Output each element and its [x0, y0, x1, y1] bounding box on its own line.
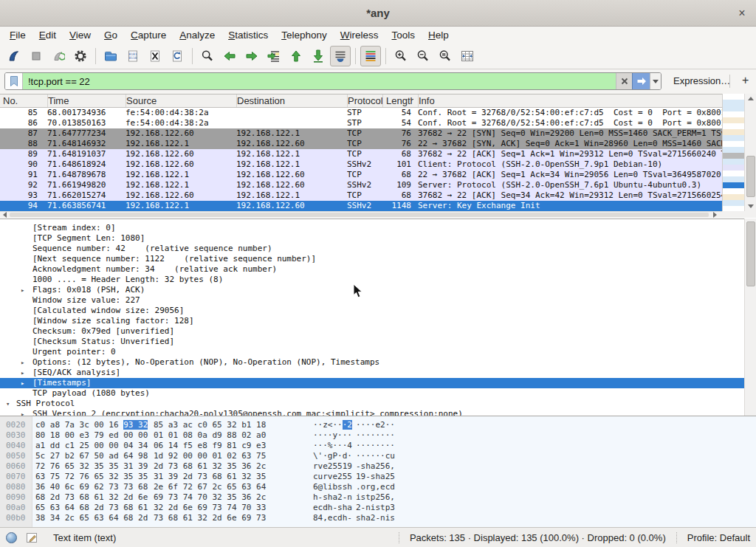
zoom-original-button[interactable]	[435, 46, 456, 66]
column-header-length[interactable]: Length	[382, 94, 413, 107]
expander-closed-icon[interactable]: ▸	[21, 357, 24, 368]
scrollbar-thumb[interactable]	[746, 221, 755, 286]
expander-closed-icon[interactable]: ▸	[21, 285, 24, 295]
capture-comment-icon[interactable]	[26, 531, 38, 544]
hex-row-0050[interactable]: 00505c 27 b2 67 50 ad 64 981d 92 00 00 0…	[0, 451, 756, 461]
expander-closed-icon[interactable]: ▸	[21, 378, 24, 388]
filter-clear-button[interactable]	[616, 73, 632, 89]
expander-closed-icon[interactable]: ▸	[21, 368, 24, 378]
hex-row-0020[interactable]: 0020c0 a8 7a 3c 00 16 93 3285 a3 ac c0 6…	[0, 420, 756, 430]
packet-row-86[interactable]: 8670.013850163fe:54:00:d4:38:2aSTP54Conf…	[0, 118, 722, 128]
detail-line[interactable]: ▸[Timestamps]	[0, 378, 744, 388]
detail-line[interactable]: Window size value: 227	[0, 295, 744, 306]
packet-row-88[interactable]: 8871.648146932192.168.122.1192.168.122.6…	[0, 139, 722, 149]
menu-go[interactable]: Go	[97, 28, 124, 42]
menu-telephony[interactable]: Telephony	[275, 28, 334, 42]
packet-list-minimap[interactable]	[722, 94, 744, 211]
detail-line[interactable]: ▸[SEQ/ACK analysis]	[0, 368, 744, 378]
add-filter-button[interactable]: +	[737, 72, 754, 89]
scrollbar-thumb[interactable]	[746, 156, 755, 197]
scroll-left-icon[interactable]	[0, 212, 9, 218]
menu-view[interactable]: View	[63, 28, 97, 42]
packet-row-91[interactable]: 9171.648789678192.168.122.1192.168.122.6…	[0, 170, 722, 180]
expander-open-icon[interactable]: ▾	[6, 399, 10, 409]
profile-text[interactable]: Profile: Default	[676, 532, 750, 543]
detail-line[interactable]: 1000 .... = Header Length: 32 bytes (8)	[0, 275, 744, 285]
resize-columns-button[interactable]	[457, 46, 478, 66]
detail-line[interactable]: [Calculated window size: 29056]	[0, 306, 744, 316]
column-header-source[interactable]: Source	[126, 94, 233, 107]
detail-line[interactable]: ▸Options: (12 bytes), No-Operation (NOP)…	[0, 357, 744, 368]
hex-row-0030[interactable]: 003080 18 00 e3 79 ed 00 0001 01 08 0a d…	[0, 430, 756, 441]
reload-file-button[interactable]	[167, 46, 188, 66]
column-header-protocol[interactable]: Protocol	[347, 94, 382, 107]
packet-list-hscrollbar[interactable]	[0, 211, 722, 218]
menu-statistics[interactable]: Statistics	[221, 28, 275, 42]
scroll-up-icon[interactable]	[745, 94, 756, 103]
scroll-right-icon[interactable]	[710, 212, 719, 218]
details-vscrollbar[interactable]	[744, 219, 756, 416]
capture-stop-button[interactable]	[26, 46, 47, 66]
packet-list-vscrollbar[interactable]	[744, 94, 756, 211]
go-forward-button[interactable]	[241, 46, 262, 66]
go-to-packet-button[interactable]	[264, 46, 284, 66]
detail-line[interactable]: [Next sequence number: 1122 (relative se…	[0, 254, 744, 264]
detail-line[interactable]: ▸Flags: 0x018 (PSH, ACK)	[0, 285, 744, 295]
expression-button[interactable]: Expression…	[669, 73, 735, 89]
menu-file[interactable]: File	[3, 28, 32, 42]
detail-line[interactable]: Urgent pointer: 0	[0, 347, 744, 357]
menu-analyze[interactable]: Analyze	[173, 28, 221, 42]
hex-row-00b0[interactable]: 00b038 34 2c 65 63 64 68 2d73 68 61 32 2…	[0, 513, 756, 523]
go-last-button[interactable]	[308, 46, 329, 66]
detail-line[interactable]: Checksum: 0x79ed [unverified]	[0, 326, 744, 337]
find-packet-button[interactable]	[197, 46, 218, 66]
hscrollbar-thumb[interactable]	[10, 213, 709, 217]
detail-line[interactable]: TCP payload (1080 bytes)	[0, 388, 744, 399]
menu-help[interactable]: Help	[422, 28, 456, 42]
detail-line[interactable]: [Stream index: 0]	[0, 223, 744, 233]
capture-options-button[interactable]	[70, 46, 91, 66]
filter-bookmark-button[interactable]	[5, 73, 23, 89]
detail-line[interactable]: [Window size scaling factor: 128]	[0, 316, 744, 326]
scroll-down-icon[interactable]	[745, 202, 756, 211]
packet-row-93[interactable]: 9371.662015274192.168.122.60192.168.122.…	[0, 190, 722, 201]
detail-line[interactable]: ▸SSH Version 2 (encryption:chacha20-poly…	[0, 409, 744, 416]
go-back-button[interactable]	[219, 46, 240, 66]
expert-info-icon[interactable]	[6, 532, 17, 543]
capture-start-button[interactable]	[4, 46, 24, 66]
packet-row-94[interactable]: 9471.663856741192.168.122.1192.168.122.6…	[0, 201, 722, 211]
hex-row-0080[interactable]: 008036 40 6c 69 62 73 73 682e 6f 72 67 2…	[0, 482, 756, 492]
column-header-time[interactable]: Time	[47, 94, 123, 107]
capture-restart-button[interactable]	[48, 46, 69, 66]
hex-row-0090[interactable]: 009068 2d 73 68 61 32 2d 6e69 73 74 70 3…	[0, 492, 756, 503]
go-first-button[interactable]	[286, 46, 306, 66]
packet-row-92[interactable]: 9271.661949820192.168.122.1192.168.122.6…	[0, 180, 722, 190]
detail-line[interactable]: ▾SSH Protocol	[0, 399, 744, 409]
detail-line[interactable]: [Checksum Status: Unverified]	[0, 337, 744, 347]
column-header-info[interactable]: Info	[418, 94, 722, 107]
column-header-no[interactable]: No.	[0, 94, 41, 107]
open-file-button[interactable]	[100, 46, 121, 66]
display-filter-input[interactable]: !tcp.port == 22	[4, 72, 662, 90]
packet-row-90[interactable]: 9071.648618924192.168.122.60192.168.122.…	[0, 159, 722, 170]
zoom-in-button[interactable]	[391, 46, 411, 66]
close-file-button[interactable]	[145, 46, 165, 66]
menu-edit[interactable]: Edit	[32, 28, 63, 42]
auto-scroll-button[interactable]	[330, 46, 351, 66]
packet-list-header[interactable]: No.TimeSourceDestinationProtocolLengthIn…	[0, 94, 722, 108]
filter-field[interactable]: !tcp.port == 22	[23, 73, 616, 89]
packet-row-87[interactable]: 8771.647777234192.168.122.60192.168.122.…	[0, 128, 722, 139]
filter-apply-button[interactable]	[632, 73, 650, 89]
menu-tools[interactable]: Tools	[385, 28, 422, 42]
hex-row-00a0[interactable]: 00a065 63 64 68 2d 73 68 6132 2d 6e 69 7…	[0, 503, 756, 513]
detail-line[interactable]: Sequence number: 42 (relative sequence n…	[0, 244, 744, 254]
column-header-destination[interactable]: Destination	[236, 94, 344, 107]
colorize-packets-button[interactable]	[360, 46, 381, 66]
close-window-icon[interactable]: ×	[735, 7, 749, 20]
menu-capture[interactable]: Capture	[124, 28, 173, 42]
menu-wireless[interactable]: Wireless	[334, 28, 385, 42]
hex-row-0060[interactable]: 006072 76 65 32 35 35 31 392d 73 68 61 3…	[0, 461, 756, 472]
detail-line[interactable]: [TCP Segment Len: 1080]	[0, 233, 744, 244]
detail-line[interactable]: Acknowledgment number: 34 (relative ack …	[0, 264, 744, 275]
save-file-button[interactable]: 01010110	[123, 46, 143, 66]
